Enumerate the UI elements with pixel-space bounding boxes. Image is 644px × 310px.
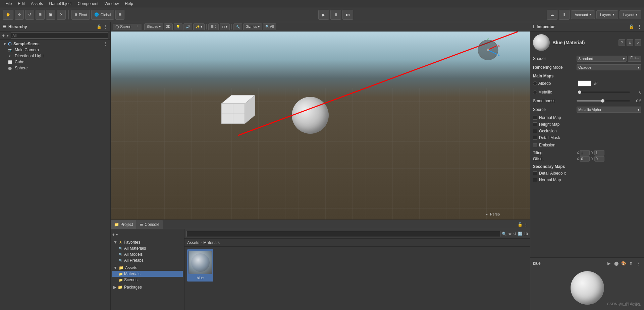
metallic-slider[interactable]: 0 (578, 90, 641, 94)
snap-btn[interactable]: ⊟ (115, 10, 124, 20)
layout-btn[interactable]: Layout ▾ (620, 10, 641, 19)
hierarchy-item-sphere[interactable]: ⬤ Sphere (0, 65, 110, 71)
search-btn-scene[interactable]: 🔍 All (263, 23, 276, 30)
rendering-mode-dropdown[interactable]: Opaque ▾ (577, 64, 641, 70)
camera-view-btn[interactable]: ◻ ▾ (220, 23, 230, 30)
shader-edit-btn[interactable]: Edit... (628, 56, 641, 62)
console-tab[interactable]: ☰ Console (136, 220, 163, 229)
menu-window[interactable]: Window (102, 1, 121, 7)
material-help-btn[interactable]: ? (619, 39, 625, 46)
project-lock-btn[interactable]: 🔓 (518, 222, 523, 227)
hierarchy-scene[interactable]: ▼ ⬡ SampleScene ⋮ (0, 41, 110, 47)
hierarchy-item-directional-light[interactable]: ☀ Directional Light (0, 53, 110, 59)
preview-play-btn[interactable]: ▶ (606, 260, 612, 266)
inspector-lock-btn[interactable]: 🔓 (629, 24, 634, 29)
scene-tools-btn[interactable]: 🔧 (233, 23, 242, 30)
pause-btn[interactable]: ⏸ (330, 10, 341, 20)
menu-file[interactable]: File (3, 1, 14, 7)
assets-header[interactable]: ▼ 📁 Assets (112, 265, 183, 271)
rect-tool-btn[interactable]: ▣ (46, 10, 55, 20)
project-filter-btn[interactable]: 🔍 (502, 232, 507, 236)
project-item-materials[interactable]: 📁 Materials (112, 271, 183, 277)
hierarchy-menu-btn[interactable]: ⋮ (104, 24, 108, 29)
layers-btn[interactable]: Layers ▾ (596, 10, 618, 19)
scene-tab-menu[interactable]: ⋮ (136, 25, 139, 28)
normal-map2-checkbox[interactable] (533, 178, 537, 182)
step-btn[interactable]: ⏭ (342, 10, 353, 20)
project-add-arrow[interactable]: ▾ (116, 233, 118, 237)
asset-blue-material[interactable]: blue (187, 249, 213, 282)
pivot-btn[interactable]: ⊕ Pivot (71, 10, 90, 20)
global-btn[interactable]: 🌐 Global (91, 10, 114, 20)
layout-chevron-icon: ▾ (636, 12, 638, 17)
project-add-btn[interactable]: + (112, 232, 115, 237)
offset-x-input[interactable] (580, 156, 590, 162)
breadcrumb-assets[interactable]: Assets (187, 240, 199, 245)
cloud-btn[interactable]: ⬆ (559, 10, 570, 20)
normal-map-checkbox[interactable] (533, 116, 537, 120)
play-btn[interactable]: ▶ (318, 10, 329, 20)
height-map-checkbox[interactable] (533, 122, 537, 126)
project-fav-btn[interactable]: ★ (508, 232, 512, 236)
preview-expand-icon[interactable]: ⬆ (628, 260, 634, 266)
audio-btn[interactable]: 🔊 (183, 23, 192, 30)
hierarchy-search-input[interactable] (11, 33, 108, 39)
project-tab[interactable]: 📁 Project (111, 220, 136, 229)
smoothness-thumb[interactable] (601, 99, 604, 103)
detail-mask-checkbox[interactable] (533, 136, 537, 140)
scene-view[interactable]: X Y Z ← Persp (111, 32, 530, 220)
favorites-header[interactable]: ▼ ★ Favorites (112, 239, 183, 245)
menu-edit[interactable]: Edit (15, 1, 28, 7)
project-item-all-prefabs[interactable]: 🔍 All Prefabs (112, 257, 183, 263)
hierarchy-add-btn[interactable]: + (2, 33, 5, 38)
scale-tool-btn[interactable]: ⊞ (36, 10, 45, 20)
preview-sphere-icon[interactable]: ⬤ (613, 260, 619, 266)
material-settings-btn[interactable]: ⚙ (627, 39, 633, 46)
menu-gameobject[interactable]: GameObject (46, 1, 74, 7)
move-tool-btn[interactable]: ✛ (15, 10, 24, 20)
occlusion-checkbox[interactable] (533, 129, 537, 133)
fx-btn[interactable]: ✨ ▾ (193, 23, 205, 30)
project-refresh-btn[interactable]: ↺ (513, 232, 517, 236)
packages-header[interactable]: ▶ 📁 Packages (112, 284, 183, 290)
project-menu-btn[interactable]: ⋮ (524, 222, 528, 227)
project-search-input[interactable] (186, 231, 500, 237)
2d-btn[interactable]: 2D (164, 23, 173, 30)
hierarchy-lock-btn[interactable]: 🔓 (97, 24, 102, 29)
menu-component[interactable]: Component (75, 1, 101, 7)
account-btn[interactable]: Account ▾ (571, 10, 595, 19)
gizmos-btn[interactable]: Gizmos ▾ (243, 23, 262, 30)
tiling-x-input[interactable] (580, 150, 590, 156)
preview-menu-icon[interactable]: ⋮ (635, 260, 641, 266)
scene-menu-btn[interactable]: ⋮ (104, 42, 108, 46)
hierarchy-item-main-camera[interactable]: 📷 Main Camera (0, 47, 110, 53)
menu-assets[interactable]: Assets (28, 1, 46, 7)
hand-tool-btn[interactable]: ✋ (3, 10, 13, 20)
hierarchy-item-cube[interactable]: ⬜ Cube (0, 59, 110, 65)
scene-view-layers-btn[interactable]: ☰ 0 (208, 23, 219, 30)
detail-albedo-checkbox[interactable] (533, 171, 537, 175)
emission-checkbox[interactable] (533, 143, 537, 147)
project-item-all-materials[interactable]: 🔍 All Materials (112, 245, 183, 251)
transform-tool-btn[interactable]: ✕ (57, 10, 66, 20)
inspector-menu-btn[interactable]: ⋮ (637, 24, 641, 29)
collab-btn[interactable]: ☁ (547, 10, 557, 20)
offset-y-input[interactable] (594, 156, 604, 162)
albedo-picker-icon[interactable]: 🖊 (593, 80, 599, 86)
albedo-color-swatch[interactable] (578, 80, 591, 86)
project-item-scenes[interactable]: 📁 Scenes (112, 277, 183, 283)
scene-tab[interactable]: ⬡ Scene ⋮ (113, 24, 142, 30)
source-dropdown[interactable]: Metallic Alpha ▾ (577, 107, 641, 113)
breadcrumb-materials[interactable]: Materials (203, 240, 220, 245)
shader-dropdown[interactable]: Standard ▾ (577, 56, 627, 62)
metallic-thumb[interactable] (578, 90, 581, 94)
rotate-tool-btn[interactable]: ↺ (25, 10, 34, 20)
project-item-all-models[interactable]: 🔍 All Models (112, 251, 183, 257)
material-expand-btn[interactable]: ↗ (635, 39, 641, 46)
menu-help[interactable]: Help (122, 1, 136, 7)
preview-color-icon[interactable]: 🎨 (621, 260, 627, 266)
tiling-y-input[interactable] (594, 150, 604, 156)
lighting-btn[interactable]: 💡 (174, 23, 182, 30)
smoothness-slider[interactable]: 0.5 (577, 99, 641, 103)
shading-mode-btn[interactable]: Shaded ▾ (144, 23, 163, 30)
